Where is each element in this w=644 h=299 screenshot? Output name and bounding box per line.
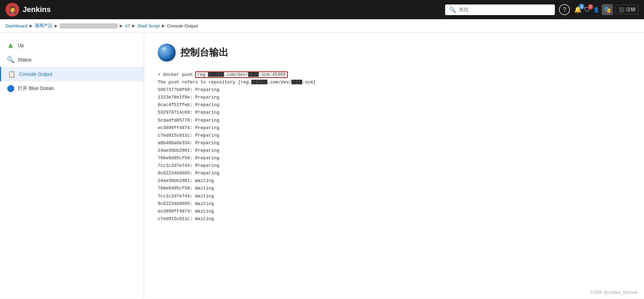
alerts-button[interactable]: 🛡 3: [584, 6, 591, 13]
breadcrumb-build[interactable]: #7: [125, 23, 130, 28]
main-layout: ▲ Up 🔍 Status 📋 Console Output 🔵 打开 Blue…: [0, 33, 644, 299]
navbar-icons: 🔔 2 🛡 3 👤 🎭 ⬛ 注销: [574, 4, 639, 15]
console-line-11: 760e8d95cf58: Preparing: [158, 154, 630, 162]
console-line-19: c7ed915c011c: Waiting: [158, 215, 630, 223]
page-heading: 控制台输出: [158, 44, 630, 61]
console-line-10: 24ae30bb2901: Preparing: [158, 147, 630, 154]
sidebar: ▲ Up 🔍 Status 📋 Console Output 🔵 打开 Blue…: [0, 33, 144, 299]
console-line-0: + docker push reg.██████.com/dev/████-sc…: [158, 71, 630, 79]
breadcrumb-dashboard[interactable]: Dashboard: [5, 23, 27, 28]
console-line-5: 532978714c69: Preparing: [158, 109, 630, 116]
breadcrumb-pipeline[interactable]: ██████████████████: [60, 23, 118, 28]
sidebar-label-status: Status: [18, 57, 32, 62]
console-highlight: reg.██████.com/dev/████-scm:45469: [195, 71, 287, 78]
logout-icon: ⬛: [619, 7, 624, 12]
notifications-button[interactable]: 🔔 2: [574, 6, 582, 13]
breadcrumb-current: Console Output: [167, 23, 198, 28]
console-line-16: 7cc1c2d7e744: Waiting: [158, 193, 630, 200]
globe-icon: [158, 44, 176, 61]
search-box[interactable]: 🔍: [445, 4, 555, 15]
console-line-14: 24ae30bb2901: Waiting: [158, 177, 630, 185]
logout-label: 注销: [626, 7, 635, 13]
console-line-1: The push refers to repository [reg.█████…: [158, 79, 630, 86]
user-avatar[interactable]: 🎭: [602, 4, 613, 15]
up-icon: ▲: [7, 42, 14, 49]
console-line-18: ec3899ff4874: Waiting: [158, 208, 630, 215]
breadcrumb-sep-1: ▶: [29, 23, 33, 28]
user-menu[interactable]: 👤: [593, 7, 599, 12]
breadcrumb: Dashboard ▶ 通用产品 ▶ ██████████████████ ▶ …: [0, 19, 644, 33]
console-line-7: ec3899ff4874: Preparing: [158, 124, 630, 132]
alerts-badge: 3: [588, 4, 593, 10]
sidebar-label-up: Up: [18, 43, 24, 48]
breadcrumb-sep-5: ▶: [162, 23, 165, 28]
logout-button[interactable]: ⬛ 注销: [616, 5, 639, 14]
breadcrumb-sep-4: ▶: [132, 23, 135, 28]
console-line-2: 5967377b0f69: Preparing: [158, 86, 630, 94]
notifications-badge: 2: [579, 4, 584, 9]
console-line-6: 5cdadfd05770: Preparing: [158, 117, 630, 124]
status-icon: 🔍: [7, 56, 14, 64]
console-line-15: 760e8d95cf58: Waiting: [158, 185, 630, 192]
console-output-area: + docker push reg.██████.com/dev/████-sc…: [158, 71, 630, 223]
console-line-17: 8c02234b8605: Waiting: [158, 200, 630, 208]
help-icon: ?: [562, 6, 566, 14]
main-content: 控制台输出 + docker push reg.██████.com/dev/█…: [144, 33, 644, 299]
sidebar-label-console: Console Output: [19, 71, 52, 77]
breadcrumb-product[interactable]: 通用产品: [35, 23, 52, 29]
footer-watermark: CSDN @Caiden_Micheal: [591, 290, 637, 295]
page-title: 控制台输出: [180, 46, 228, 59]
console-line-9: a8b488a0e334: Preparing: [158, 139, 630, 147]
brand-logo[interactable]: 🤵 Jenkins: [5, 3, 51, 16]
console-line-3: 1323e78e1f9e: Preparing: [158, 94, 630, 101]
console-line-12: 7cc1c2d7e744: Preparing: [158, 162, 630, 170]
search-input[interactable]: [459, 7, 551, 12]
console-icon: 📋: [8, 70, 15, 78]
sidebar-label-blueocean: 打开 Blue Ocean: [18, 85, 54, 92]
jenkins-icon: 🤵: [5, 3, 19, 16]
sidebar-item-blueocean[interactable]: 🔵 打开 Blue Ocean: [0, 81, 144, 96]
blueocean-icon: 🔵: [7, 85, 14, 92]
navbar: 🤵 Jenkins 🔍 ? 🔔 2 🛡 3 👤 🎭 ⬛ 注销: [0, 0, 644, 19]
breadcrumb-sep-2: ▶: [55, 23, 58, 28]
console-line-4: 6cac4f51ffeb: Preparing: [158, 101, 630, 109]
navbar-title: Jenkins: [23, 5, 51, 14]
breadcrumb-step[interactable]: Shell Script: [137, 23, 160, 28]
console-line-13: 8c02234b8605: Preparing: [158, 170, 630, 177]
user-icon: 👤: [593, 7, 599, 12]
sidebar-item-console[interactable]: 📋 Console Output: [0, 67, 144, 81]
help-button[interactable]: ?: [559, 4, 570, 15]
sidebar-item-status[interactable]: 🔍 Status: [0, 53, 144, 67]
breadcrumb-sep-3: ▶: [120, 23, 123, 28]
avatar-icon: 🎭: [604, 6, 611, 13]
search-icon: 🔍: [449, 7, 456, 13]
console-line-8: c7ed915c011c: Preparing: [158, 132, 630, 139]
watermark-text: CSDN @Caiden_Micheal: [591, 290, 637, 295]
sidebar-item-up[interactable]: ▲ Up: [0, 38, 144, 53]
